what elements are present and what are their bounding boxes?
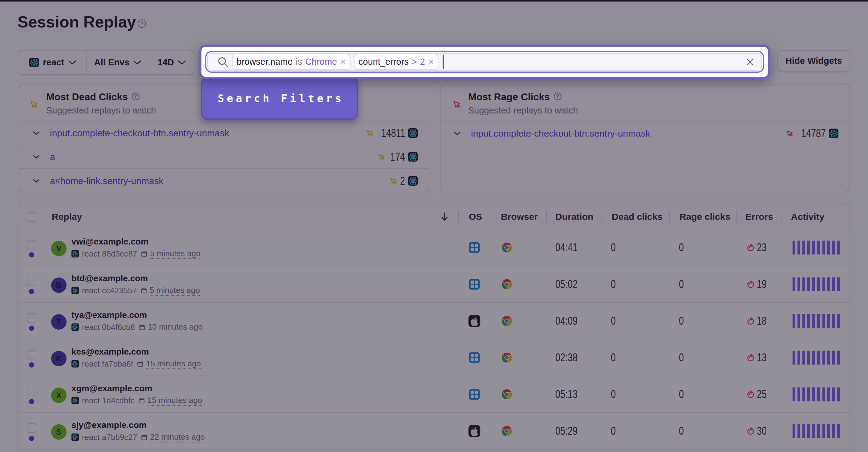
tour-tooltip-label: Search Filters xyxy=(215,92,344,105)
token-operator: is xyxy=(296,57,302,67)
token-remove-icon[interactable]: × xyxy=(340,57,346,66)
token-key: browser.name xyxy=(237,57,292,67)
search-bar-spotlight: browser.name is Chrome × count_errors > … xyxy=(199,45,770,79)
search-icon xyxy=(217,56,228,67)
search-filter-token[interactable]: browser.name is Chrome × xyxy=(232,54,350,70)
text-caret xyxy=(443,55,443,69)
search-filter-token[interactable]: count_errors > 2 × xyxy=(354,54,438,70)
clear-search-icon[interactable] xyxy=(745,57,755,67)
token-operator: > xyxy=(412,57,417,67)
search-input[interactable]: browser.name is Chrome × count_errors > … xyxy=(207,53,762,70)
token-value: 2 xyxy=(420,57,425,67)
tour-tooltip: Search Filters xyxy=(201,77,358,120)
token-key: count_errors xyxy=(359,57,409,67)
session-replay-page: Session Replay ? react All Envs 14D Hide… xyxy=(0,0,868,452)
token-value: Chrome xyxy=(305,57,337,67)
token-remove-icon[interactable]: × xyxy=(429,57,434,66)
